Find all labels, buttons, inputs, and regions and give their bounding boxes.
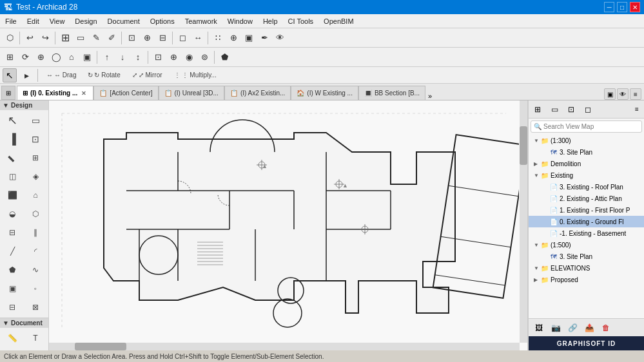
eraser-button[interactable]: ✐ [104,31,119,45]
tool-spline[interactable]: ∿ [24,261,46,279]
orbit-button[interactable]: ↔ [191,31,205,45]
graphisoft-bar[interactable]: GRAPHISOFT ID [529,336,644,350]
connect-button[interactable]: ⊕ [166,50,181,64]
tab-w-existing[interactable]: 🏠 (I) W Existing ... [291,86,358,100]
grid-button[interactable]: ∷ [211,31,225,45]
tree-item-basement[interactable]: 📄 -1. Existing - Basement [529,227,644,239]
close-button[interactable]: ✕ [630,2,640,12]
tree-item-roof-plan[interactable]: 📄 3. Existing - Roof Plan [529,181,644,193]
arrow-tool-button[interactable]: ↖ [3,68,17,82]
zoom-out-button[interactable]: ⊟ [155,31,170,45]
tool-stair[interactable]: ⊟ [1,224,23,242]
maximize-button[interactable]: □ [617,2,627,12]
tree-item-existing[interactable]: ▼ 📁 Existing [529,169,644,181]
arrow-right-button[interactable]: ▸ [19,68,34,82]
tool-roof[interactable]: ⌂ [24,186,46,204]
ring-button[interactable]: ⊚ [197,50,211,64]
tool-zone[interactable]: ◦ [24,280,46,298]
tool-mesh[interactable]: ⊠ [24,298,46,316]
design-section-header[interactable]: ▼ Design [0,100,48,110]
tool-column[interactable]: ⊡ [24,130,46,148]
tree-item-siteplan2[interactable]: 🗺 3. Site Plan [529,251,644,262]
tab-existing-close[interactable]: ✕ [80,90,88,97]
select-tool-button[interactable]: ⬡ [3,31,17,45]
vertical-scrollbar[interactable] [520,100,527,343]
tree-item-demolition[interactable]: ▶ 📁 Demolition [529,158,644,169]
tool-window[interactable]: ⊞ [24,149,46,167]
fill-button[interactable]: ▣ [242,31,256,45]
rotate-button[interactable]: ⟳ [18,50,32,64]
snap2-button[interactable]: ⊡ [151,50,165,64]
mirror-button[interactable]: ⤢ ⤢ Mirror [128,69,167,82]
menu-item-window[interactable]: Window [222,16,258,26]
menu-item-options[interactable]: Options [145,16,180,26]
tab-ax2[interactable]: 📋 (I) Ax2 Existin... [224,86,291,100]
undo-button[interactable]: ↩ [23,31,37,45]
pencil-button[interactable]: ✎ [89,31,103,45]
tree-item-1500[interactable]: ▼ 📁 (1:500) [529,239,644,251]
tree-item-attic-plan[interactable]: 📄 2. Existing - Attic Plan [529,193,644,204]
tree-item-ground-floor[interactable]: 📄 0. Existing - Ground Fl [529,216,644,227]
tab-more-button[interactable]: » [425,92,434,100]
rp-elevation-button[interactable]: ▭ [547,102,562,117]
tab-bb-section[interactable]: 🔳 BB Section [B... [358,86,425,100]
drag-button[interactable]: ↔ ↔ Drag [42,69,81,82]
zoom-region-button[interactable]: ⊕ [34,50,48,64]
tree-item-siteplan1[interactable]: 🗺 3. Site Plan [529,146,644,158]
tab-grid-button[interactable]: ⊞ [1,86,15,100]
tool-text[interactable]: T [24,329,46,347]
tool-dim[interactable]: 📏 [1,329,23,347]
tool-slab[interactable]: ⬛ [1,186,23,204]
tool-object[interactable]: ◈ [24,167,46,186]
tool-fill[interactable]: ▣ [1,280,23,298]
move-up-button[interactable]: ↑ [100,50,114,64]
tab-overflow-button[interactable]: ≡ [630,88,641,100]
tree-item-proposed[interactable]: ▶ 📁 Proposed [529,274,644,285]
hex-button[interactable]: ⬟ [217,50,231,64]
tool-poly[interactable]: ⬟ [1,261,23,279]
point-button[interactable]: ◉ [182,50,196,64]
vm-delete-button[interactable]: 🗑 [598,321,614,335]
rp-section-button[interactable]: ⊡ [563,102,579,117]
tree-item-first-floor[interactable]: 📄 1. Existing - First Floor P [529,204,644,216]
home-button[interactable]: ⌂ [64,50,79,64]
menu-item-openbim[interactable]: OpenBIM [318,16,358,26]
tool-hatch[interactable]: ⊟ [1,298,23,316]
view3d-button[interactable]: ◻ [175,31,190,45]
eye-button[interactable]: 👁 [273,31,287,45]
vm-preview-button[interactable]: 🖼 [531,321,547,335]
pointer-button[interactable]: ⊞ [58,31,72,45]
tool-arc[interactable]: ◜ [24,242,46,260]
tool-morph[interactable]: ⬡ [24,205,46,223]
tab-action-center[interactable]: 📋 [Action Center] [93,86,158,100]
search-input[interactable] [543,123,639,130]
tab-unreal[interactable]: 📋 (I) Unreal [3D... [159,86,224,100]
rp-menu-button[interactable]: ≡ [631,102,643,117]
vm-camera-button[interactable]: 📷 [548,321,563,335]
tool-select-area[interactable]: ▭ [24,111,46,129]
marquee-button[interactable]: ▭ [73,31,88,45]
tool-arrow[interactable]: ↖ [1,111,23,129]
align-button[interactable]: ↕ [131,50,145,64]
menu-item-help[interactable]: Help [258,16,283,26]
vm-link-button[interactable]: 🔗 [565,321,580,335]
canvas-area[interactable] [49,100,528,350]
zoom-fit-button[interactable]: ⊡ [124,31,139,45]
snap-button[interactable]: ⊕ [226,31,240,45]
menu-item-document[interactable]: Document [102,16,145,26]
rotate-tool-button[interactable]: ↻ ↻ Rotate [83,69,124,82]
tree-item-1300[interactable]: ▼ 📁 (1:300) [529,135,644,146]
tool-railing[interactable]: ∥ [24,224,46,242]
tool-shell[interactable]: ◒ [1,205,23,223]
vm-export-button[interactable]: 📤 [581,321,597,335]
menu-item-view[interactable]: View [44,16,70,26]
menu-item-file[interactable]: File [0,16,22,26]
document-section-header[interactable]: ▼ Document [0,318,48,328]
move-down-button[interactable]: ↓ [115,50,130,64]
redo-button[interactable]: ↪ [38,31,52,45]
zoom-in-button[interactable]: ⊕ [140,31,154,45]
pen-button[interactable]: ✒ [257,31,271,45]
multiply-button[interactable]: ⋮ ⋮ Multiply... [170,69,221,82]
rp-3d-button[interactable]: ◻ [580,102,596,117]
menu-item-edit[interactable]: Edit [22,16,44,26]
